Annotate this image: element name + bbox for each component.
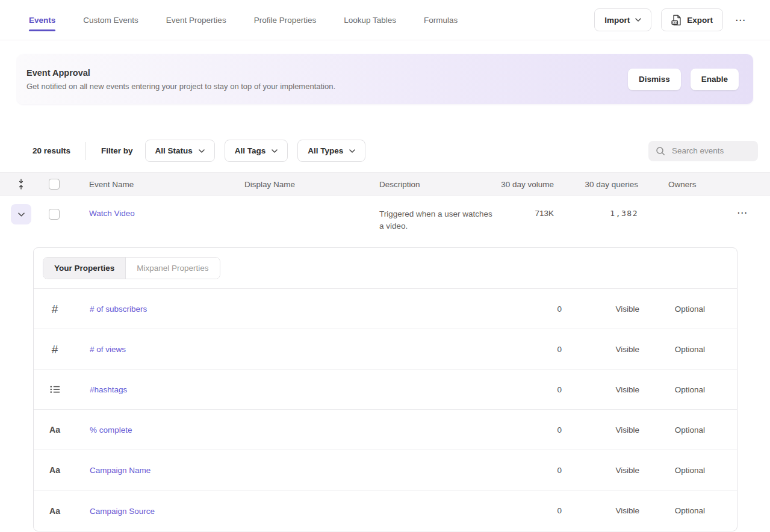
tab-formulas-label: Formulas bbox=[424, 16, 458, 25]
property-visibility: Visible bbox=[562, 345, 639, 354]
collapse-row-button[interactable] bbox=[11, 204, 31, 224]
property-name-link[interactable]: Campaign Name bbox=[90, 466, 151, 475]
column-header-description: Description bbox=[379, 180, 494, 189]
filter-by-label: Filter by bbox=[101, 146, 133, 155]
event-properties-panel: Your Properties Mixpanel Properties # # … bbox=[33, 247, 737, 531]
column-header-owners: Owners bbox=[668, 180, 734, 189]
row-more-options-icon[interactable]: ⋯ bbox=[734, 206, 750, 219]
collapse-all-icon[interactable] bbox=[17, 179, 25, 190]
property-name-link[interactable]: Campaign Source bbox=[90, 507, 155, 516]
queries-value: 1,382 bbox=[554, 209, 638, 218]
topbar-actions: Import csv Export ⋯ bbox=[594, 8, 748, 31]
volume-cell: 713K bbox=[494, 204, 554, 218]
property-value: 0 bbox=[526, 506, 562, 515]
property-name-cell: # of views bbox=[76, 344, 526, 354]
tab-profile-properties-label: Profile Properties bbox=[254, 16, 317, 25]
property-type-cell: Aa bbox=[34, 507, 76, 515]
property-requirement: Optional bbox=[639, 385, 705, 394]
chevron-down-icon bbox=[18, 212, 25, 217]
import-button-label: Import bbox=[604, 16, 630, 25]
export-button[interactable]: csv Export bbox=[661, 8, 723, 31]
search-events-input[interactable] bbox=[671, 146, 751, 156]
text-type-icon: Aa bbox=[49, 425, 60, 434]
tags-filter-label: All Tags bbox=[235, 146, 266, 155]
properties-segmented-control: Your Properties Mixpanel Properties bbox=[43, 257, 220, 279]
tab-mixpanel-properties[interactable]: Mixpanel Properties bbox=[126, 258, 219, 279]
property-requirement: Optional bbox=[639, 425, 705, 435]
tab-your-properties[interactable]: Your Properties bbox=[43, 258, 126, 279]
property-name-link[interactable]: % complete bbox=[90, 425, 132, 435]
property-requirement: Optional bbox=[639, 305, 705, 314]
property-name-link[interactable]: # of subscribers bbox=[90, 305, 147, 314]
banner-description: Get notified on all new events entering … bbox=[26, 82, 335, 91]
dismiss-button[interactable]: Dismiss bbox=[628, 69, 681, 90]
property-value: 0 bbox=[526, 425, 562, 435]
row-checkbox[interactable] bbox=[49, 209, 60, 220]
select-all-cell bbox=[42, 179, 66, 190]
tab-lookup-tables[interactable]: Lookup Tables bbox=[344, 0, 396, 40]
event-name-cell: Watch Video bbox=[89, 204, 244, 218]
property-name-link[interactable]: # of views bbox=[90, 345, 126, 354]
events-table-header: Event Name Display Name Description 30 d… bbox=[0, 172, 770, 196]
property-name-link[interactable]: #hashtags bbox=[90, 385, 127, 394]
list-type-icon bbox=[50, 385, 60, 394]
types-filter-dropdown[interactable]: All Types bbox=[297, 140, 365, 162]
tab-lookup-tables-label: Lookup Tables bbox=[344, 16, 396, 25]
property-row: Aa Campaign Source 0 Visible Optional bbox=[34, 490, 737, 531]
property-type-cell bbox=[34, 385, 76, 394]
search-events-box[interactable] bbox=[648, 141, 758, 161]
property-requirement: Optional bbox=[639, 506, 705, 515]
chevron-down-icon bbox=[199, 149, 205, 153]
property-row: # # of subscribers 0 Visible Optional bbox=[34, 289, 737, 329]
collapse-all-cell bbox=[0, 179, 42, 190]
tab-event-properties-label: Event Properties bbox=[166, 16, 226, 25]
tab-profile-properties[interactable]: Profile Properties bbox=[254, 0, 317, 40]
export-button-label: Export bbox=[687, 16, 713, 25]
banner-title: Event Approval bbox=[26, 68, 335, 78]
tab-events-label: Events bbox=[29, 16, 55, 25]
properties-tab-bar: Your Properties Mixpanel Properties bbox=[34, 248, 737, 289]
enable-button[interactable]: Enable bbox=[691, 69, 739, 90]
property-name-cell: Campaign Source bbox=[76, 506, 526, 516]
tab-event-properties[interactable]: Event Properties bbox=[166, 0, 226, 40]
property-visibility: Visible bbox=[562, 466, 639, 475]
results-count: 20 results bbox=[33, 146, 70, 155]
status-filter-label: All Status bbox=[155, 146, 193, 155]
property-type-cell: # bbox=[34, 344, 76, 355]
property-visibility: Visible bbox=[562, 385, 639, 394]
tab-custom-events-label: Custom Events bbox=[83, 16, 138, 25]
status-filter-dropdown[interactable]: All Status bbox=[145, 140, 215, 162]
event-name-link[interactable]: Watch Video bbox=[89, 209, 135, 218]
expander-cell bbox=[0, 204, 42, 224]
property-visibility: Visible bbox=[562, 305, 639, 314]
volume-value: 713K bbox=[494, 209, 554, 218]
tab-events[interactable]: Events bbox=[29, 0, 55, 40]
column-header-display-name: Display Name bbox=[244, 180, 379, 189]
property-value: 0 bbox=[526, 305, 562, 314]
text-type-icon: Aa bbox=[49, 507, 60, 515]
column-header-event-name: Event Name bbox=[89, 180, 244, 189]
divider bbox=[85, 142, 86, 160]
column-header-volume: 30 day volume bbox=[494, 180, 554, 189]
tab-formulas[interactable]: Formulas bbox=[424, 0, 458, 40]
property-name-cell: # of subscribers bbox=[76, 303, 526, 314]
property-type-cell: # bbox=[34, 303, 76, 315]
tab-custom-events[interactable]: Custom Events bbox=[83, 0, 138, 40]
tags-filter-dropdown[interactable]: All Tags bbox=[225, 140, 288, 162]
import-button[interactable]: Import bbox=[594, 8, 651, 31]
event-row-watch-video: Watch Video Triggered when a user watche… bbox=[0, 196, 770, 238]
more-options-icon[interactable]: ⋯ bbox=[733, 14, 748, 26]
property-type-cell: Aa bbox=[34, 466, 76, 474]
select-all-checkbox[interactable] bbox=[49, 179, 60, 190]
event-description: Triggered when a user watches a video. bbox=[379, 208, 494, 232]
property-value: 0 bbox=[526, 385, 562, 394]
column-header-queries: 30 day queries bbox=[554, 180, 638, 189]
lexicon-tabs: Events Custom Events Event Properties Pr… bbox=[29, 0, 458, 40]
event-approval-banner: Event Approval Get notified on all new e… bbox=[17, 54, 753, 104]
property-row: Aa Campaign Name 0 Visible Optional bbox=[34, 450, 737, 490]
number-type-icon: # bbox=[52, 303, 58, 315]
property-name-cell: #hashtags bbox=[76, 384, 526, 395]
search-icon bbox=[656, 146, 665, 156]
text-type-icon: Aa bbox=[49, 466, 60, 474]
chevron-down-icon bbox=[272, 149, 278, 153]
